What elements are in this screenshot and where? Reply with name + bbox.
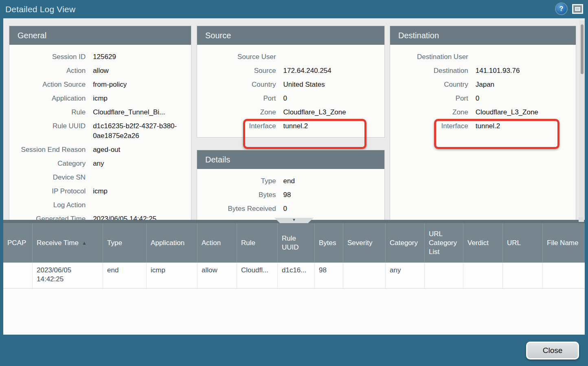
general-row-device-sn: Device SN xyxy=(9,171,191,184)
general-panel-body: Session ID125629 Actionallow Action Sour… xyxy=(9,45,191,220)
general-row-session-end-reason: Session End Reasonaged-out xyxy=(9,143,191,157)
source-row-interface: Interfacetunnel.2 xyxy=(197,119,384,133)
source-row-zone: ZoneCloudflare_L3_Zone xyxy=(197,105,384,119)
titlebar-icons: ? xyxy=(556,3,583,14)
column-header-rule-uuid[interactable]: Rule UUID xyxy=(278,223,315,263)
cell-application: icmp xyxy=(147,263,197,288)
general-row-session-id: Session ID125629 xyxy=(9,50,191,64)
destination-row-country: CountryJapan xyxy=(390,78,576,92)
destination-row-destination: Destination141.101.93.76 xyxy=(390,64,576,78)
general-row-ip-protocol: IP Protocolicmp xyxy=(9,184,191,198)
destination-panel-title: Destination xyxy=(390,26,576,45)
general-panel-title: General xyxy=(9,26,191,45)
log-detail-panels: General Session ID125629 Actionallow Act… xyxy=(3,18,585,220)
source-row-country: CountryUnited States xyxy=(197,78,384,92)
general-row-rule-uuid: Rule UUIDd1c16235-b2f2-4327-b380-0ae1875… xyxy=(9,119,191,143)
destination-row-zone: ZoneCloudflare_L3_Zone xyxy=(390,105,576,119)
cell-severity xyxy=(343,263,386,288)
details-panel-title: Details xyxy=(197,150,384,169)
cell-rule-uuid: d1c16... xyxy=(278,263,315,288)
splitter-bar[interactable]: ▼ xyxy=(3,220,585,223)
cell-url xyxy=(503,263,543,288)
source-row-source: Source172.64.240.254 xyxy=(197,64,384,78)
general-row-action: Actionallow xyxy=(9,64,191,78)
log-table-header: PCAP Receive Time▲ Type Application Acti… xyxy=(3,223,585,263)
source-panel: Source Source User Source172.64.240.254 … xyxy=(197,26,385,138)
column-header-receive-time[interactable]: Receive Time▲ xyxy=(33,223,103,263)
column-header-type[interactable]: Type xyxy=(103,223,147,263)
column-header-severity[interactable]: Severity xyxy=(343,223,386,263)
window-icon[interactable] xyxy=(572,4,583,14)
details-panel: Details Typeend Bytes98 Bytes Received0 xyxy=(197,150,385,220)
details-row-bytes: Bytes98 xyxy=(197,188,384,202)
details-row-type: Typeend xyxy=(197,174,384,188)
panels-scrollbar-thumb[interactable] xyxy=(581,24,584,74)
cell-url-category-list xyxy=(425,263,463,288)
dialog-content: General Session ID125629 Actionallow Act… xyxy=(3,18,585,335)
panels-scrollbar[interactable] xyxy=(579,20,585,217)
destination-row-destination-user: Destination User xyxy=(390,50,576,64)
cell-file-name xyxy=(543,263,585,288)
column-header-action[interactable]: Action xyxy=(197,223,237,263)
general-panel: General Session ID125629 Actionallow Act… xyxy=(9,26,191,220)
source-panel-title: Source xyxy=(197,26,384,45)
cell-verdict xyxy=(463,263,503,288)
detailed-log-view-dialog: Detailed Log View ? General Session ID12… xyxy=(0,0,588,366)
window-icon-inner xyxy=(575,7,580,11)
general-row-application: Applicationicmp xyxy=(9,92,191,105)
column-header-file-name[interactable]: File Name xyxy=(543,223,585,263)
cell-bytes: 98 xyxy=(315,263,343,288)
cell-rule: Cloudfl... xyxy=(237,263,278,288)
details-row-bytes-received: Bytes Received0 xyxy=(197,202,384,216)
general-row-action-source: Action Sourcefrom-policy xyxy=(9,78,191,92)
help-icon[interactable]: ? xyxy=(556,3,567,14)
cell-receive-time: 2023/06/05 14:42:25 xyxy=(33,263,103,288)
source-row-port: Port0 xyxy=(197,92,384,105)
title-bar: Detailed Log View ? xyxy=(0,0,588,18)
column-header-category[interactable]: Category xyxy=(386,223,425,263)
column-header-verdict[interactable]: Verdict xyxy=(463,223,503,263)
destination-row-interface: Interfacetunnel.2 xyxy=(390,119,576,133)
details-panel-body: Typeend Bytes98 Bytes Received0 xyxy=(197,169,384,216)
page-title: Detailed Log View xyxy=(5,0,75,18)
general-row-generated-time: Generated Time2023/06/05 14:42:25 xyxy=(9,212,191,220)
general-row-rule: RuleCloudflare_Tunnel_Bi... xyxy=(9,105,191,119)
destination-panel: Destination Destination User Destination… xyxy=(390,26,576,220)
destination-row-port: Port0 xyxy=(390,92,576,105)
source-row-source-user: Source User xyxy=(197,50,384,64)
cell-pcap xyxy=(3,263,33,288)
column-header-application[interactable]: Application xyxy=(147,223,197,263)
table-scrollbar-corner xyxy=(579,217,584,222)
source-panel-body: Source User Source172.64.240.254 Country… xyxy=(197,45,384,133)
column-header-bytes[interactable]: Bytes xyxy=(315,223,343,263)
cell-category: any xyxy=(386,263,425,288)
cell-action: allow xyxy=(197,263,237,288)
table-row[interactable]: 2023/06/05 14:42:25 end icmp allow Cloud… xyxy=(3,263,585,289)
general-row-log-action: Log Action xyxy=(9,198,191,212)
general-row-category: Categoryany xyxy=(9,157,191,171)
destination-panel-body: Destination User Destination141.101.93.7… xyxy=(390,45,576,133)
close-button[interactable]: Close xyxy=(526,342,579,359)
column-header-rule[interactable]: Rule xyxy=(237,223,278,263)
column-header-pcap[interactable]: PCAP xyxy=(3,223,33,263)
sort-asc-icon: ▲ xyxy=(82,239,87,248)
column-header-url-category-list[interactable]: URL Category List xyxy=(425,223,463,263)
log-table-section: ▼ PCAP Receive Time▲ Type Application Ac… xyxy=(3,220,585,335)
cell-type: end xyxy=(103,263,147,288)
column-header-url[interactable]: URL xyxy=(503,223,543,263)
splitter-handle[interactable]: ▼ xyxy=(274,218,314,223)
chevron-down-icon: ▼ xyxy=(292,218,296,222)
